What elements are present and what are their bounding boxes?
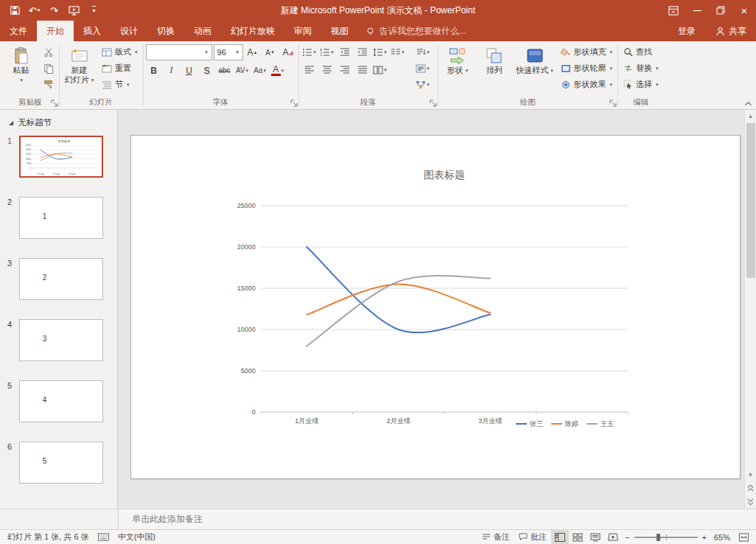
start-slideshow-button[interactable]: [64, 0, 84, 21]
minimize-button[interactable]: [685, 0, 709, 21]
font-dialog-launcher[interactable]: [290, 100, 298, 107]
clear-formatting-button[interactable]: A◢: [280, 45, 296, 60]
slideshow-view-button[interactable]: [604, 530, 622, 544]
zoom-level-button[interactable]: 65%: [710, 530, 735, 544]
decrease-font-size-button[interactable]: A▼: [262, 45, 279, 60]
slide-thumbnail-1[interactable]: 05000100001500020000250001月业绩2月业绩3月业绩图表标…: [19, 136, 103, 178]
format-painter-button[interactable]: [41, 77, 57, 92]
slide-thumbnail-5[interactable]: 4: [19, 380, 103, 422]
redo-button[interactable]: ↷: [44, 0, 64, 21]
convert-to-smartart-button[interactable]: ▾: [410, 77, 435, 92]
underline-button[interactable]: U: [181, 63, 197, 78]
tab-insert[interactable]: 插入: [74, 21, 111, 41]
ribbon-display-options-button[interactable]: [662, 0, 685, 21]
tab-file[interactable]: 文件: [0, 21, 37, 41]
scroll-down-button[interactable]: ▼: [745, 469, 756, 481]
increase-font-size-button[interactable]: A▲: [245, 45, 261, 60]
character-spacing-button[interactable]: AV▾: [234, 63, 251, 78]
slide-chart[interactable]: 05000100001500020000250001月业绩2月业绩3月业绩图表标…: [218, 152, 660, 450]
undo-button[interactable]: ↶▾: [24, 0, 44, 21]
notes-pane[interactable]: 单击此处添加备注: [119, 509, 756, 529]
align-left-button[interactable]: [301, 62, 318, 77]
align-right-button[interactable]: [337, 62, 353, 77]
justify-button[interactable]: [354, 62, 371, 77]
replace-button[interactable]: 替换▾: [620, 60, 662, 76]
shape-outline-button[interactable]: 形状轮廓▾: [558, 60, 616, 76]
quick-styles-button[interactable]: 快速样式▾: [514, 44, 556, 75]
previous-slide-button[interactable]: [745, 481, 756, 495]
italic-button[interactable]: I: [164, 63, 180, 78]
tab-slideshow[interactable]: 幻灯片放映: [221, 21, 284, 41]
line-spacing-button[interactable]: ▾: [372, 44, 388, 60]
scrollbar-track[interactable]: [745, 122, 756, 469]
shape-effects-button[interactable]: 形状效果▾: [558, 77, 616, 92]
shape-fill-button[interactable]: 形状填充▾: [558, 44, 616, 60]
decrease-indent-button[interactable]: [337, 44, 353, 60]
columns-button[interactable]: ▾: [390, 44, 406, 60]
comments-toggle-button[interactable]: 批注: [514, 530, 551, 544]
drawing-dialog-launcher[interactable]: [609, 100, 617, 107]
text-direction-button[interactable]: ▾: [410, 44, 435, 60]
ime-keyboard-button[interactable]: [94, 530, 113, 544]
tab-home[interactable]: 开始: [37, 21, 74, 41]
font-color-button[interactable]: A▾: [270, 63, 286, 78]
increase-indent-button[interactable]: [354, 44, 371, 60]
font-size-select[interactable]: 96▾: [214, 44, 243, 60]
tab-transitions[interactable]: 切换: [147, 21, 184, 41]
zoom-out-button[interactable]: −: [625, 533, 629, 542]
slide-sorter-view-button[interactable]: [569, 530, 587, 544]
reset-button[interactable]: 重置: [99, 60, 141, 76]
align-center-button[interactable]: [319, 62, 335, 77]
numbering-button[interactable]: ▾: [319, 44, 335, 60]
language-button[interactable]: 中文(中国): [113, 530, 160, 544]
section-button[interactable]: 节▾: [99, 77, 141, 92]
font-name-select[interactable]: ▾: [146, 44, 212, 60]
slide-thumbnail-3[interactable]: 2: [19, 258, 103, 300]
normal-view-button[interactable]: [551, 530, 569, 544]
shapes-button[interactable]: 形状▾: [441, 44, 475, 75]
slide-canvas[interactable]: 05000100001500020000250001月业绩2月业绩3月业绩图表标…: [130, 135, 741, 479]
find-button[interactable]: 查找: [620, 44, 662, 60]
tell-me-box[interactable]: 告诉我您想要做什么...: [358, 21, 474, 41]
notes-toggle-button[interactable]: 备注: [477, 530, 514, 544]
tab-design[interactable]: 设计: [111, 21, 147, 41]
collapse-ribbon-button[interactable]: [744, 101, 752, 107]
zoom-slider-thumb[interactable]: [657, 534, 660, 541]
share-button[interactable]: 共享: [706, 21, 756, 41]
next-slide-button[interactable]: [745, 495, 756, 509]
tab-review[interactable]: 审阅: [284, 21, 321, 41]
section-header[interactable]: ◢ 无标题节: [0, 110, 117, 136]
reading-view-button[interactable]: [587, 530, 604, 544]
tab-view[interactable]: 视图: [321, 21, 358, 41]
slide-thumbnail-2[interactable]: 1: [19, 197, 103, 239]
zoom-in-button[interactable]: +: [702, 533, 707, 542]
paragraph-dialog-launcher[interactable]: [430, 100, 437, 107]
save-button[interactable]: [4, 0, 24, 21]
arrange-button[interactable]: 排列: [477, 44, 512, 75]
new-slide-button[interactable]: 新建 幻灯片▾: [62, 44, 97, 85]
slide-thumbnail-6[interactable]: 5: [19, 442, 103, 484]
customize-qat-button[interactable]: ▾: [84, 0, 104, 21]
select-button[interactable]: 选择▾: [620, 77, 662, 92]
cut-button[interactable]: [41, 44, 57, 60]
add-remove-columns-button[interactable]: ▾: [372, 62, 388, 77]
clipboard-dialog-launcher[interactable]: [51, 100, 58, 107]
tab-animations[interactable]: 动画: [184, 21, 221, 41]
copy-button[interactable]: [41, 60, 57, 76]
scrollbar-thumb[interactable]: [746, 123, 755, 278]
paste-button[interactable]: 粘贴 ▾: [4, 44, 38, 85]
maximize-restore-button[interactable]: [709, 0, 732, 21]
align-text-button[interactable]: ▾: [410, 60, 435, 76]
strikethrough-button[interactable]: abc: [217, 63, 233, 78]
change-case-button[interactable]: Aa▾: [252, 63, 268, 78]
layout-button[interactable]: 版式▾: [99, 44, 141, 60]
slide-thumbnail-4[interactable]: 3: [19, 319, 103, 361]
fit-slide-to-window-button[interactable]: [735, 530, 753, 544]
sign-in-button[interactable]: 登录: [668, 21, 706, 41]
zoom-slider[interactable]: [634, 533, 698, 542]
bold-button[interactable]: B: [146, 63, 162, 78]
bullets-button[interactable]: ▾: [301, 44, 318, 60]
text-shadow-button[interactable]: S: [199, 63, 215, 78]
scroll-up-button[interactable]: ▲: [745, 110, 756, 122]
close-button[interactable]: ×: [732, 0, 756, 21]
